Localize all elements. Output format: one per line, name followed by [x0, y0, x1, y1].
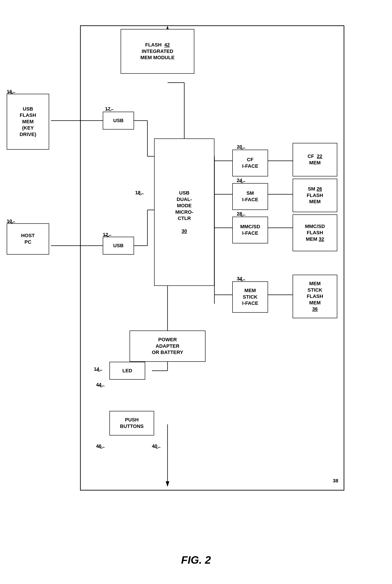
sm-flash-label: SM 26FLASHMEM: [307, 186, 323, 205]
cf-iface-label: CFI-FACE: [242, 156, 258, 169]
cf-mem-block: CF 22MEM: [292, 143, 337, 176]
usb-dual-label: USBDUAL-MODEMICRO-CTLR: [175, 190, 194, 222]
power-adapter-block: POWERADAPTEROR BATTERY: [130, 331, 206, 362]
led-label: LED: [122, 368, 132, 374]
mem-stick-iface-label: MEMSTICKI-FACE: [242, 287, 258, 307]
host-pc-block: HOSTPC: [7, 223, 49, 255]
fig-label: FIG. 2: [181, 554, 211, 566]
sm-iface-block: SMI-FACE: [232, 183, 268, 210]
usb-top-block: USB: [103, 112, 134, 129]
push-buttons-block: PUSHBUTTONS: [110, 411, 154, 436]
host-pc-label: HOSTPC: [21, 232, 34, 245]
ref-38: 38: [333, 478, 338, 484]
mmc-flash-block: MMC/SDFLASHMEM 32: [292, 214, 337, 251]
mmc-iface-label: MMC/SDI-FACE: [240, 224, 260, 236]
usb-flash-label: USBFLASHMEM(KEYDRIVE): [20, 106, 36, 138]
push-buttons-label: PUSHBUTTONS: [120, 417, 144, 430]
sm-iface-label: SMI-FACE: [242, 190, 258, 203]
sm-flash-block: SM 26FLASHMEM: [292, 179, 337, 212]
flash-module-block: FLASH 42INTEGRATEDMEM MODULE: [120, 29, 194, 74]
flash-module-label: FLASH 42INTEGRATEDMEM MODULE: [140, 42, 175, 61]
usb-flash-block: USBFLASHMEM(KEYDRIVE): [7, 94, 49, 150]
usb-dual-ref: 30: [182, 228, 187, 234]
usb-bottom-label: USB: [113, 243, 124, 249]
mem-stick-flash-block: MEMSTICKFLASHMEM36: [292, 275, 337, 318]
usb-top-label: USB: [113, 117, 124, 124]
mem-stick-flash-label: MEMSTICKFLASHMEM36: [307, 280, 323, 312]
mmc-flash-label: MMC/SDFLASHMEM 32: [305, 223, 325, 243]
cf-iface-block: CFI-FACE: [232, 150, 268, 176]
mem-stick-iface-block: MEMSTICKI-FACE: [232, 281, 268, 313]
svg-marker-4: [166, 481, 169, 487]
usb-bottom-block: USB: [103, 237, 134, 255]
mmc-iface-block: MMC/SDI-FACE: [232, 217, 268, 243]
power-adapter-label: POWERADAPTEROR BATTERY: [152, 337, 184, 356]
usb-dual-block: USBDUAL-MODEMICRO-CTLR 30: [154, 138, 214, 286]
led-block: LED: [110, 362, 145, 380]
cf-mem-label: CF 22MEM: [308, 153, 322, 166]
